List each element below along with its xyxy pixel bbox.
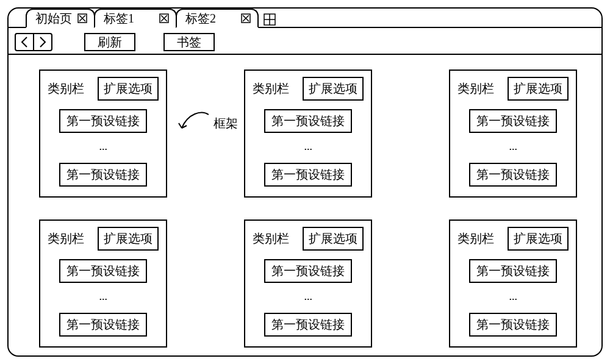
forward-button[interactable] — [34, 34, 51, 50]
expand-options-button[interactable]: 扩展选项 — [303, 77, 364, 101]
ellipsis-icon: ⁝ — [98, 298, 109, 299]
ellipsis-icon: ⁝ — [303, 298, 314, 299]
toolbar-divider — [9, 54, 601, 55]
preset-link-button[interactable]: 第一预设链接 — [264, 109, 352, 133]
ellipsis-icon: ⁝ — [508, 148, 518, 149]
tab-label: 标签2 — [185, 10, 216, 27]
refresh-button[interactable]: 刷新 — [84, 33, 135, 51]
toolbar: 刷新 书签 — [15, 32, 595, 52]
ellipsis-icon: ⁝ — [508, 298, 518, 299]
preset-link-button[interactable]: 第一预设链接 — [59, 259, 147, 283]
preset-link-button[interactable]: 第一预设链接 — [264, 259, 352, 283]
close-icon[interactable] — [240, 13, 251, 24]
preset-link-button[interactable]: 第一预设链接 — [469, 313, 557, 337]
bookmarks-label: 书签 — [177, 34, 201, 51]
expand-options-button[interactable]: 扩展选项 — [303, 227, 364, 251]
frame-card: 类别栏 扩展选项 第一预设链接 ⁝ 第一预设链接 — [39, 219, 167, 348]
tab-initial[interactable]: 初始页 — [26, 9, 95, 28]
preset-link-button[interactable]: 第一预设链接 — [469, 109, 557, 133]
tab-label: 标签1 — [104, 10, 134, 27]
expand-options-button[interactable]: 扩展选项 — [508, 77, 569, 101]
back-button[interactable] — [16, 34, 33, 50]
preset-link-button[interactable]: 第一预设链接 — [59, 163, 147, 187]
nav-arrows — [15, 33, 52, 51]
expand-options-button[interactable]: 扩展选项 — [508, 227, 569, 251]
browser-window: 初始页 标签1 标签2 — [7, 7, 603, 357]
expand-options-button[interactable]: 扩展选项 — [98, 77, 159, 101]
frame-card: 类别栏 扩展选项 第一预设链接 ⁝ 第一预设链接 — [449, 219, 577, 348]
ellipsis-icon: ⁝ — [303, 148, 314, 149]
close-icon[interactable] — [159, 13, 170, 24]
category-label: 类别栏 — [48, 227, 84, 247]
bookmarks-button[interactable]: 书签 — [163, 33, 215, 51]
category-label: 类别栏 — [458, 227, 494, 247]
frame-card: 类别栏 扩展选项 第一预设链接 ⁝ 第一预设链接 — [39, 70, 167, 198]
expand-options-button[interactable]: 扩展选项 — [98, 227, 159, 251]
preset-link-button[interactable]: 第一预设链接 — [469, 163, 557, 187]
tab-strip: 初始页 标签1 标签2 — [26, 7, 278, 28]
ellipsis-icon: ⁝ — [98, 148, 109, 149]
refresh-label: 刷新 — [98, 34, 122, 51]
frame-card: 类别栏 扩展选项 第一预设链接 ⁝ 第一预设链接 — [244, 219, 372, 348]
preset-link-button[interactable]: 第一预设链接 — [264, 163, 352, 187]
category-label: 类别栏 — [253, 77, 289, 97]
tab-2[interactable]: 标签2 — [176, 9, 259, 28]
tab-1[interactable]: 标签1 — [94, 9, 177, 28]
new-tab-button[interactable] — [261, 11, 278, 28]
tab-label: 初始页 — [35, 10, 72, 27]
preset-link-button[interactable]: 第一预设链接 — [469, 259, 557, 283]
category-label: 类别栏 — [253, 227, 289, 247]
card-grid: 类别栏 扩展选项 第一预设链接 ⁝ 第一预设链接 类别栏 扩展选项 第一预设链接… — [39, 70, 584, 348]
close-icon[interactable] — [77, 13, 88, 24]
preset-link-button[interactable]: 第一预设链接 — [59, 313, 147, 337]
content-area: 类别栏 扩展选项 第一预设链接 ⁝ 第一预设链接 类别栏 扩展选项 第一预设链接… — [9, 59, 601, 355]
preset-link-button[interactable]: 第一预设链接 — [264, 313, 352, 337]
frame-card: 类别栏 扩展选项 第一预设链接 ⁝ 第一预设链接 — [449, 70, 577, 198]
category-label: 类别栏 — [458, 77, 494, 97]
preset-link-button[interactable]: 第一预设链接 — [59, 109, 147, 133]
frame-card: 类别栏 扩展选项 第一预设链接 ⁝ 第一预设链接 — [244, 70, 372, 198]
category-label: 类别栏 — [48, 77, 84, 97]
